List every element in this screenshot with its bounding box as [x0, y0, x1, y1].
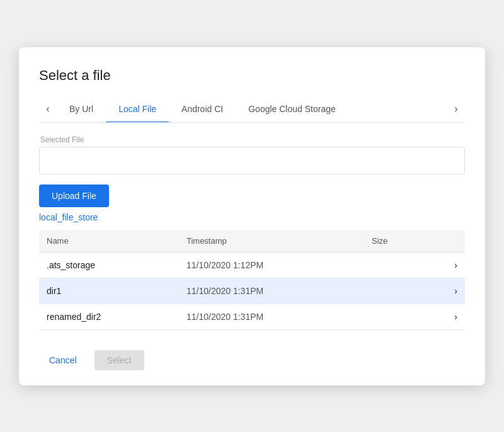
upload-file-button[interactable]: Upload File	[39, 185, 109, 207]
selected-file-label: Selected File	[39, 135, 465, 144]
file-size-cell	[364, 278, 440, 304]
tab-prev-arrow[interactable]: ‹	[39, 100, 57, 118]
col-header-timestamp: Timestamp	[179, 230, 364, 253]
table-row[interactable]: .ats_storage11/10/2020 1:12PM›	[39, 252, 465, 278]
file-size-cell	[364, 304, 440, 329]
breadcrumb-link[interactable]: local_file_store	[39, 212, 465, 222]
select-file-dialog: Select a file ‹ By UrlLocal FileAndroid …	[19, 47, 485, 385]
dialog-footer: Cancel Select	[39, 350, 465, 370]
cancel-button[interactable]: Cancel	[39, 350, 87, 370]
file-timestamp-cell: 11/10/2020 1:12PM	[179, 252, 364, 278]
file-table: Name Timestamp Size .ats_storage11/10/20…	[39, 230, 465, 330]
tab-next-arrow[interactable]: ›	[447, 100, 465, 118]
file-name-cell: dir1	[39, 278, 179, 304]
table-row[interactable]: renamed_dir211/10/2020 1:31PM›	[39, 304, 465, 329]
select-button[interactable]: Select	[94, 350, 144, 370]
tabs-list: By UrlLocal FileAndroid CIGoogle Cloud S…	[57, 96, 447, 122]
file-name-cell: .ats_storage	[39, 252, 179, 278]
col-header-size: Size	[364, 230, 440, 253]
selected-file-input[interactable]	[39, 147, 465, 174]
col-header-name: Name	[39, 230, 179, 253]
file-table-body: .ats_storage11/10/2020 1:12PM›dir111/10/…	[39, 252, 465, 329]
chevron-right-icon: ›	[440, 278, 465, 304]
file-timestamp-cell: 11/10/2020 1:31PM	[179, 304, 364, 329]
file-timestamp-cell: 11/10/2020 1:31PM	[179, 278, 364, 304]
tab-google-cloud-storage[interactable]: Google Cloud Storage	[236, 96, 348, 122]
tabs-container: ‹ By UrlLocal FileAndroid CIGoogle Cloud…	[39, 96, 465, 123]
file-size-cell	[364, 252, 440, 278]
chevron-right-icon: ›	[440, 304, 465, 329]
tab-by-url[interactable]: By Url	[57, 96, 106, 122]
table-header-row: Name Timestamp Size	[39, 230, 465, 253]
file-name-cell: renamed_dir2	[39, 304, 179, 329]
chevron-right-icon: ›	[440, 252, 465, 278]
tab-local-file[interactable]: Local File	[106, 96, 169, 122]
tab-android-ci[interactable]: Android CI	[169, 96, 236, 122]
col-header-arrow	[440, 230, 465, 253]
selected-file-section: Selected File	[39, 135, 465, 174]
dialog-title: Select a file	[39, 67, 465, 84]
table-row[interactable]: dir111/10/2020 1:31PM›	[39, 278, 465, 304]
